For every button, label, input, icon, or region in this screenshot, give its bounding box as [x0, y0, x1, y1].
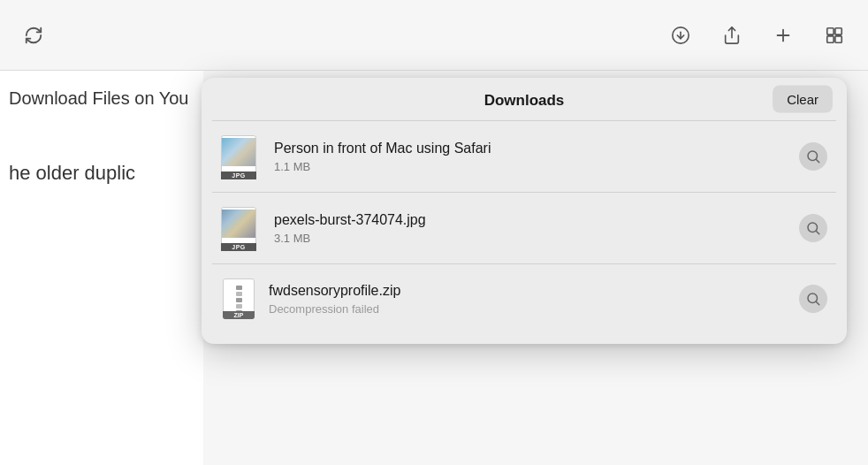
- add-tab-button[interactable]: [767, 19, 799, 51]
- download-name: Person in front of Mac using Safari: [274, 140, 787, 156]
- clear-button[interactable]: Clear: [773, 86, 833, 113]
- svg-line-10: [816, 159, 819, 162]
- download-name: pexels-burst-374074.jpg: [274, 211, 787, 228]
- page-heading: Download Files on You: [9, 88, 194, 109]
- tabs-button[interactable]: [819, 19, 850, 51]
- download-info: pexels-burst-374074.jpg 3.1 MB: [274, 211, 787, 244]
- file-icon-zip: ZIP: [221, 277, 256, 321]
- download-button[interactable]: [665, 19, 697, 51]
- downloads-list: JPG Person in front of Mac using Safari …: [202, 120, 847, 344]
- svg-point-11: [808, 223, 818, 232]
- file-icon-jpg: JPG: [221, 205, 262, 251]
- download-meta: 1.1 MB: [274, 160, 787, 173]
- download-info: fwdsensoryprofile.zip Decompression fail…: [269, 282, 787, 315]
- page-content: Download Files on You he older duplic: [0, 71, 203, 465]
- show-in-finder-button[interactable]: [799, 142, 827, 171]
- download-meta: 3.1 MB: [274, 232, 787, 245]
- popup-title: Downloads: [484, 92, 565, 110]
- refresh-button[interactable]: [18, 19, 49, 51]
- file-icon-jpg: JPG: [221, 133, 262, 179]
- popup-header: Downloads Clear: [202, 78, 847, 120]
- downloads-popup: Downloads Clear JPG Person in front of M…: [202, 78, 847, 344]
- svg-point-9: [808, 151, 818, 161]
- download-item: ZIP fwdsensoryprofile.zip Decompression …: [212, 263, 836, 333]
- svg-rect-8: [835, 35, 841, 42]
- share-button[interactable]: [716, 19, 748, 51]
- download-name: fwdsensoryprofile.zip: [269, 282, 787, 299]
- show-in-finder-button[interactable]: [799, 214, 827, 242]
- svg-rect-7: [827, 35, 834, 42]
- svg-line-12: [816, 231, 819, 233]
- svg-rect-5: [827, 27, 834, 34]
- download-item: JPG Person in front of Mac using Safari …: [212, 120, 836, 192]
- download-meta-error: Decompression failed: [269, 302, 787, 316]
- download-item: JPG pexels-burst-374074.jpg 3.1 MB: [212, 192, 836, 263]
- toolbar: [0, 0, 868, 71]
- svg-rect-6: [835, 27, 841, 34]
- download-info: Person in front of Mac using Safari 1.1 …: [274, 140, 787, 172]
- show-in-finder-button[interactable]: [799, 285, 827, 313]
- svg-point-13: [808, 293, 818, 303]
- page-subtext: he older duplic: [9, 162, 194, 185]
- svg-line-14: [816, 301, 819, 304]
